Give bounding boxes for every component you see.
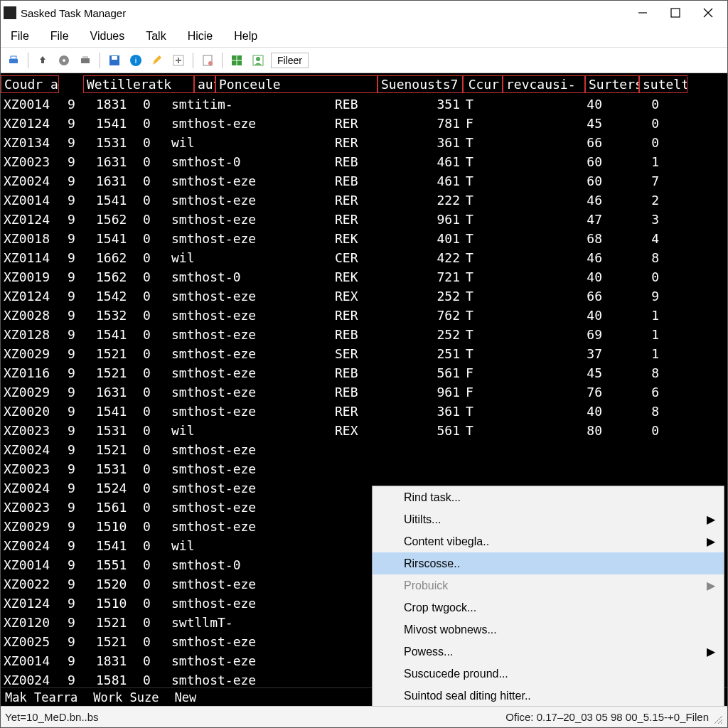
menu-talk[interactable]: Talk: [143, 28, 168, 44]
status-left: Yet=10_MeD.bn..bs: [5, 711, 99, 723]
cell: XZ0023: [1, 461, 65, 476]
plus-icon[interactable]: [170, 52, 187, 69]
cell: REB: [332, 327, 413, 342]
cell: 0: [140, 212, 168, 227]
cell: smthost-eze: [168, 365, 332, 380]
resize-handle-icon[interactable]: [709, 710, 723, 724]
menu-hicie[interactable]: Hicie: [185, 28, 216, 44]
col-wetilleratk[interactable]: Wetilleratk: [83, 75, 194, 93]
minimize-button[interactable]: [626, 1, 659, 24]
context-menu-label: Suintod seal diting hitter..: [404, 690, 531, 702]
cell: 9: [65, 442, 93, 457]
cell: RER: [332, 193, 413, 208]
cell: F: [463, 385, 548, 400]
menu-file[interactable]: File: [8, 28, 32, 44]
submenu-arrow-icon: ▶: [707, 645, 715, 658]
cell: 2: [605, 193, 662, 208]
cell: 1510: [93, 519, 140, 534]
context-menu-item[interactable]: Mivost wobnews...: [373, 619, 724, 641]
cell: 0: [140, 193, 168, 208]
table-icon[interactable]: [228, 52, 245, 69]
cell: REX: [332, 289, 413, 304]
user-icon[interactable]: [250, 52, 267, 69]
process-grid: Coudr ask Wetilleratk aut Ponceule Sueno…: [1, 73, 727, 706]
col-ponceule[interactable]: Ponceule: [215, 75, 378, 93]
save-icon[interactable]: [106, 52, 123, 69]
cell: XZ0124: [1, 212, 65, 227]
cell: 66: [548, 135, 605, 150]
menu-vidues[interactable]: Vidues: [87, 28, 128, 44]
table-row[interactable]: XZ0018915410smthost-ezeREK401T684: [1, 229, 727, 248]
table-row[interactable]: XZ0128915410smthost-ezeREB252T691: [1, 325, 727, 344]
table-row[interactable]: XZ0023916310smthost-0REB461T601: [1, 152, 727, 171]
col-coudr[interactable]: Coudr ask: [1, 75, 59, 93]
pencil-icon[interactable]: [149, 52, 166, 69]
footer-label-2: Work Suze: [93, 690, 159, 705]
table-row[interactable]: XZ0116915210smthost-ezeREB561F458: [1, 363, 727, 382]
context-menu-item[interactable]: Rind task...: [373, 486, 724, 508]
cell: 0: [140, 519, 168, 534]
table-row[interactable]: XZ0020915410smthost-ezeRER361T408: [1, 402, 727, 421]
table-row[interactable]: XZ0019915620smthost-0REK721T400: [1, 267, 727, 287]
cell: 0: [140, 154, 168, 169]
upload-icon[interactable]: [34, 52, 51, 69]
menu-help[interactable]: Help: [231, 28, 260, 44]
cell: 1562: [93, 212, 140, 227]
cell: RER: [332, 212, 413, 227]
col-revcausi[interactable]: revcausi-: [503, 75, 585, 93]
table-row[interactable]: XZ0014918310smtitim-REB351T400: [1, 95, 727, 114]
context-menu-item[interactable]: Uitilts...▶: [373, 508, 724, 530]
printer-icon[interactable]: [5, 52, 22, 69]
table-row[interactable]: XZ0029915210smthost-ezeSER251T371: [1, 344, 727, 363]
disc-icon[interactable]: [55, 52, 73, 69]
table-row[interactable]: XZ0124915420smthost-ezeREX252T669: [1, 287, 727, 306]
cell: 1631: [93, 154, 140, 169]
table-row[interactable]: XZ0114916620wilCER422T468: [1, 248, 727, 267]
context-menu-item[interactable]: Crop twgock...: [373, 596, 724, 619]
table-row[interactable]: XZ0014915410smthost-ezeRER222T462: [1, 191, 727, 210]
table-row[interactable]: XZ0023915310smthost-eze: [1, 459, 727, 478]
context-menu-item[interactable]: Suintod seal diting hitter..: [373, 685, 724, 706]
cell: 9: [65, 231, 93, 246]
cell: 961: [413, 212, 463, 227]
cell: 0: [140, 596, 168, 611]
table-row[interactable]: XZ0134915310wilRER361T660: [1, 133, 727, 152]
table-row[interactable]: XZ0023915310wilREX561T800: [1, 421, 727, 440]
table-row[interactable]: XZ0124915410smthost-ezeRER781F450: [1, 114, 727, 133]
info-icon[interactable]: i: [127, 52, 144, 69]
cell: swtllmT-: [168, 615, 332, 630]
cell: 80: [548, 423, 605, 438]
col-suenousts[interactable]: Suenousts7: [378, 75, 463, 93]
cell: 1521: [93, 346, 140, 361]
table-row[interactable]: XZ0124915620smthost-ezeRER961T473: [1, 210, 727, 229]
sheet-icon[interactable]: [199, 52, 216, 69]
cell: 0: [140, 346, 168, 361]
context-menu-item[interactable]: Content vibegla..▶: [373, 530, 724, 552]
table-row[interactable]: XZ0024915210smthost-eze: [1, 440, 727, 459]
context-menu-item[interactable]: Rirscosse..: [373, 552, 724, 574]
context-menu-item[interactable]: Powess...▶: [373, 641, 724, 663]
table-row[interactable]: XZ0029916310smthost-ezeREB961F766: [1, 382, 727, 402]
col-sutelti[interactable]: sutelti: [639, 75, 687, 93]
col-aut[interactable]: aut: [194, 75, 215, 93]
footer-label-1: Mak Tearra: [5, 690, 77, 705]
svg-rect-8: [81, 58, 90, 63]
table-row[interactable]: XZ0024916310smthost-ezeREB461T607: [1, 171, 727, 191]
app-icon: [4, 6, 16, 19]
filter-field[interactable]: Fileer: [271, 53, 309, 68]
cell: 60: [548, 154, 605, 169]
maximize-button[interactable]: [659, 1, 692, 24]
close-button[interactable]: [692, 1, 724, 24]
menu-file-2[interactable]: File: [48, 28, 72, 44]
cell: 461: [413, 173, 463, 188]
printer2-icon[interactable]: [77, 52, 94, 69]
col-surters[interactable]: Surters: [585, 75, 639, 93]
cell: wil: [168, 250, 332, 265]
table-row[interactable]: XZ0028915320smthost-ezeRER762T401: [1, 306, 727, 325]
cell: 361: [413, 404, 463, 419]
cell: 0: [140, 250, 168, 265]
cell: 1831: [93, 653, 140, 668]
cell: 0: [605, 97, 662, 112]
col-ccur[interactable]: Ccur: [463, 75, 503, 93]
context-menu-item[interactable]: Suscucede pround...: [373, 663, 724, 685]
